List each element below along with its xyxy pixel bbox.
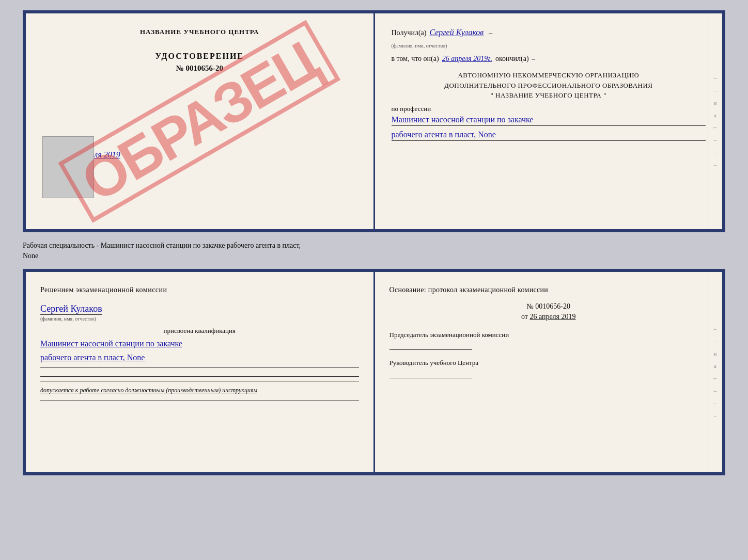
commission-title: Решением экзаменационной комиссии (40, 284, 359, 295)
caption-text: Рабочая специальность - Машинист насосно… (23, 241, 725, 261)
side-mark-3: и (714, 100, 717, 106)
chairman-signature-line (389, 342, 472, 350)
date-completed: 26 апреля 2019г. (442, 55, 492, 63)
finished-label: окончил(а) (495, 55, 529, 63)
name-hint: (фамилия, имя, отчество) (392, 43, 447, 49)
director-label: Руководитель учебного Центра (389, 358, 708, 367)
caption-line1: Рабочая специальность - Машинист насосно… (23, 241, 725, 251)
chairman-label: Председатель экзаменационной комиссии (389, 330, 708, 340)
bsm-4: а (714, 363, 716, 369)
side-mark-1: – (714, 75, 717, 81)
cert-number: № 0010656-20 (42, 64, 357, 73)
допуск-value: работе согласно должностным (производств… (80, 387, 257, 394)
side-mark-2: – (714, 87, 717, 93)
profession-label: по профессии (392, 105, 706, 113)
допуск-text: допускается к работе согласно должностны… (40, 387, 359, 394)
top-left-panel: НАЗВАНИЕ УЧЕБНОГО ЦЕНТРА ОБРАЗЕЦ УДОСТОВ… (26, 13, 375, 229)
photo-placeholder (42, 136, 94, 198)
bsm-6: – (714, 388, 717, 394)
chairman-block: Председатель экзаменационной комиссии (389, 330, 708, 350)
bsm-1: – (714, 326, 717, 332)
side-mark-6: – (714, 137, 717, 143)
body-line1: АВТОНОМНУЮ НЕКОММЕРЧЕСКУЮ ОРГАНИЗАЦИЮ (392, 70, 706, 81)
line-sep-3 (40, 381, 359, 381)
bottom-left-panel: Решением экзаменационной комиссии Сергей… (26, 272, 375, 472)
protocol-number-row: № 0010656-20 (389, 302, 708, 311)
director-block: Руководитель учебного Центра (389, 358, 708, 378)
protocol-label: № (526, 302, 533, 310)
допуск-prefix: допускается к (40, 387, 78, 394)
bottom-side-marks: – – и а ← – – – (708, 272, 722, 472)
side-mark-8: – (714, 162, 717, 168)
side-mark-5: ← (712, 124, 718, 131)
line-sep-4 (40, 401, 359, 401)
in-that-prefix: в том, что он(а) (392, 55, 439, 63)
profession-line1: Машинист насосной станции по закачке (392, 115, 706, 126)
caption-line2: None (23, 251, 725, 261)
body-text: АВТОНОМНУЮ НЕКОММЕРЧЕСКУЮ ОРГАНИЗАЦИЮ ДО… (392, 70, 706, 101)
qualification-label: присвоена квалификация (40, 327, 359, 335)
osnov-title: Основание: протокол экзаменационной коми… (389, 284, 708, 295)
bottom-right-panel: Основание: протокол экзаменационной коми… (375, 272, 723, 472)
director-signature-line (389, 370, 472, 378)
top-document: НАЗВАНИЕ УЧЕБНОГО ЦЕНТРА ОБРАЗЕЦ УДОСТОВ… (23, 10, 725, 232)
bsm-5: ← (712, 375, 718, 381)
body-line2: ДОПОЛНИТЕЛЬНОГО ПРОФЕССИОНАЛЬНОГО ОБРАЗО… (392, 81, 706, 91)
date-prefix: от (521, 313, 528, 321)
received-row: Получил(а) Сергей Кулаков – (фамилия, им… (392, 28, 706, 50)
person-name-block: Сергей Кулаков (40, 303, 359, 316)
protocol-date-row: от 26 апреля 2019 (389, 313, 708, 321)
institution-title: НАЗВАНИЕ УЧЕБНОГО ЦЕНТРА (42, 28, 357, 36)
received-name: Сергей Кулаков (429, 28, 484, 37)
line-sep-2 (40, 376, 359, 377)
bsm-7: – (714, 400, 717, 406)
side-mark-7: – (714, 149, 717, 155)
bottom-name-hint: (фамилия, имя, отчество) (40, 316, 359, 322)
protocol-number: 0010656-20 (535, 302, 570, 310)
cert-label: УДОСТОВЕРЕНИЕ (42, 52, 357, 61)
line-sep-1 (40, 367, 359, 368)
in-that-row: в том, что он(а) 26 апреля 2019г. окончи… (392, 55, 706, 63)
bottom-right-content: Основание: протокол экзаменационной коми… (389, 284, 708, 378)
received-prefix: Получил(а) (392, 29, 427, 37)
top-right-panel: Получил(а) Сергей Кулаков – (фамилия, им… (375, 13, 723, 229)
protocol-date: 26 апреля 2019 (529, 313, 575, 321)
person-name: Сергей Кулаков (40, 303, 102, 315)
bsm-3: и (714, 350, 717, 357)
body-line3: " НАЗВАНИЕ УЧЕБНОГО ЦЕНТРА " (392, 90, 706, 101)
qualification-line2: рабочего агента в пласт, None (40, 352, 359, 363)
qualification-line1: Машинист насосной станции по закачке (40, 338, 359, 349)
side-marks: – – и а ← – – – (708, 13, 722, 229)
watermark: ОБРАЗЕЦ (58, 20, 341, 222)
profession-line2: рабочего агента в пласт, None (392, 130, 706, 141)
side-mark-4: а (714, 112, 716, 118)
bsm-8: – (714, 412, 717, 419)
bottom-document: Решением экзаменационной комиссии Сергей… (23, 269, 725, 475)
bsm-2: – (714, 338, 717, 344)
